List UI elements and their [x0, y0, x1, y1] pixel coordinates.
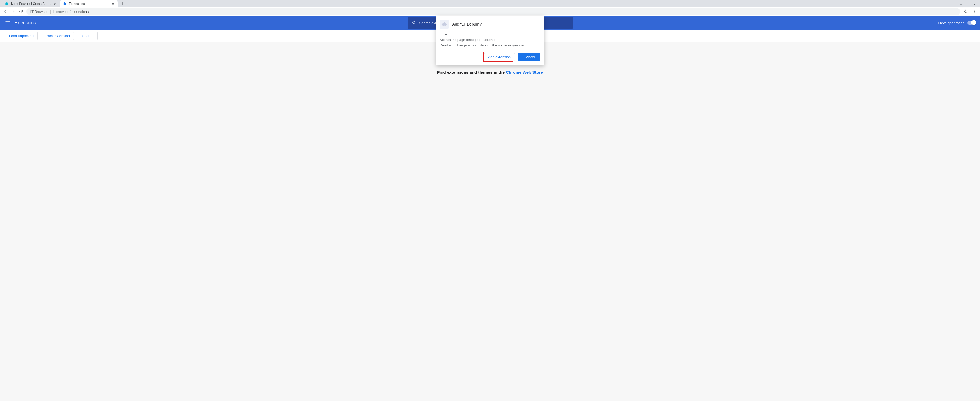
- svg-point-2: [974, 11, 975, 12]
- close-icon[interactable]: [111, 2, 115, 6]
- tab-strip: Most Powerful Cross Browser Tes Extensio…: [2, 0, 126, 8]
- search-icon: [412, 20, 417, 25]
- svg-point-1: [974, 10, 975, 10]
- extensions-content: Find extensions and themes in the Chrome…: [0, 42, 980, 401]
- dialog-permission-1: Access the page debugger backend: [440, 38, 541, 42]
- tab-title: Most Powerful Cross Browser Tes: [11, 2, 51, 6]
- developer-mode-toggle[interactable]: Developer mode: [939, 21, 975, 25]
- cancel-button[interactable]: Cancel: [518, 53, 540, 61]
- tab-title: Extensions: [69, 2, 109, 6]
- dialog-permission-2: Read and change all your data on the web…: [440, 43, 541, 47]
- pack-extension-button[interactable]: Pack extension: [41, 32, 74, 40]
- browser-toolbar: LT Browser lt-browser:// extensions: [0, 8, 980, 16]
- close-icon[interactable]: [53, 2, 57, 6]
- new-tab-button[interactable]: [119, 0, 126, 8]
- chrome-web-store-link[interactable]: Chrome Web Store: [506, 70, 543, 75]
- omnibox-url-path: extensions: [72, 10, 89, 14]
- svg-point-3: [974, 13, 975, 13]
- window-minimize-button[interactable]: [942, 0, 955, 8]
- browser-menu-button[interactable]: [970, 8, 978, 15]
- chrome-web-store-hint: Find extensions and themes in the Chrome…: [0, 70, 980, 75]
- toggle-switch-icon: [967, 21, 975, 25]
- window-controls: [942, 0, 980, 8]
- dialog-header: Add "LT Debug"?: [436, 16, 544, 31]
- svg-rect-0: [960, 3, 962, 5]
- extension-icon-placeholder: [440, 20, 449, 29]
- nav-back-button[interactable]: [2, 8, 10, 15]
- window-close-button[interactable]: [967, 0, 980, 8]
- menu-icon[interactable]: [5, 19, 11, 26]
- search-placeholder-text: Search exte: [419, 21, 438, 25]
- dialog-actions: Add extension Cancel: [436, 50, 544, 65]
- add-extension-dialog: Add "LT Debug"? It can: Access the page …: [436, 16, 544, 65]
- nav-reload-button[interactable]: [17, 8, 25, 15]
- omnibox-url-scheme: lt-browser://: [53, 10, 72, 14]
- browser-tab-extensions[interactable]: Extensions: [60, 0, 118, 8]
- browser-tab-lambdatest[interactable]: Most Powerful Cross Browser Tes: [2, 0, 60, 8]
- puzzle-icon: [63, 2, 67, 6]
- dialog-body: It can: Access the page debugger backend…: [436, 32, 544, 50]
- load-unpacked-button[interactable]: Load unpacked: [5, 32, 38, 40]
- dialog-title: Add "LT Debug"?: [452, 22, 482, 26]
- window-titlebar: Most Powerful Cross Browser Tes Extensio…: [0, 0, 980, 8]
- omnibox-origin-chip: LT Browser: [30, 10, 51, 14]
- window-maximize-button[interactable]: [955, 0, 967, 8]
- address-bar[interactable]: LT Browser lt-browser:// extensions: [26, 8, 960, 15]
- store-hint-prefix: Find extensions and themes in the: [437, 70, 506, 75]
- developer-mode-label: Developer mode: [939, 21, 965, 25]
- nav-forward-button[interactable]: [10, 8, 17, 15]
- update-button[interactable]: Update: [78, 32, 98, 40]
- page-title: Extensions: [14, 20, 36, 25]
- svg-point-4: [412, 21, 415, 24]
- dialog-it-can-label: It can:: [440, 32, 541, 36]
- lambdatest-logo-icon: [5, 2, 9, 6]
- add-extension-button[interactable]: Add extension: [484, 53, 515, 61]
- bookmark-star-button[interactable]: [962, 8, 970, 15]
